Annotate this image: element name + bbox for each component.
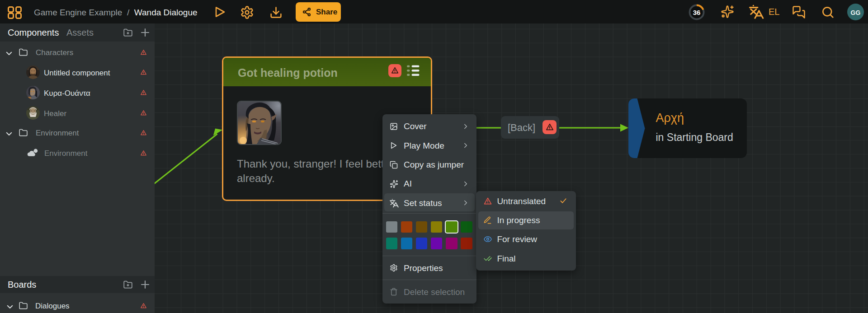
svg-text:36: 36 bbox=[693, 9, 701, 16]
